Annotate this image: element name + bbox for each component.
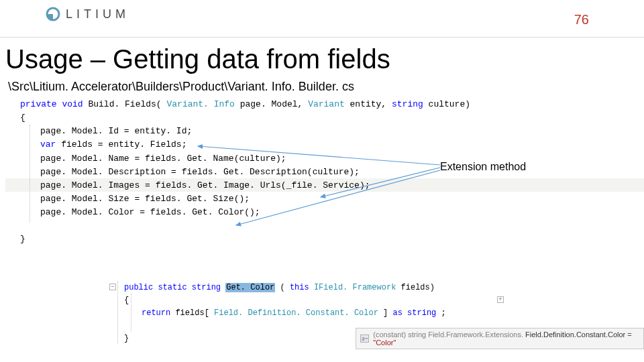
code-line: page. Model. Name = fields. Get. Name(cu… xyxy=(20,152,631,166)
slide-title: Usage – Getting data from fields xyxy=(5,44,644,74)
code-keyword: public xyxy=(124,283,153,292)
brand-logo-icon xyxy=(46,7,60,21)
brand-logo: LITIUM xyxy=(46,7,617,21)
code-line: page. Model. Description = fields. Get. … xyxy=(20,166,631,179)
tooltip-member: Field.Definition.Constant.Color xyxy=(525,330,625,339)
code-text: culture) xyxy=(429,99,470,109)
code-text: fields) xyxy=(401,283,435,292)
code-keyword: var xyxy=(40,139,56,149)
code-type: Field. Definition. Constant. Color xyxy=(214,308,378,318)
constant-icon: a̴ xyxy=(360,335,369,343)
code-text: Build. Fields( xyxy=(88,99,161,109)
code-line: page. Model. Images = fields. Get. Image… xyxy=(40,180,370,190)
code-text: { xyxy=(20,111,631,125)
code-type: IField. Framework xyxy=(314,283,396,292)
code-text: page. Model, xyxy=(240,99,308,109)
code-keyword: void xyxy=(62,99,83,109)
code-keyword: private xyxy=(20,99,57,109)
code-text: { xyxy=(124,294,446,307)
code-keyword: return xyxy=(142,308,170,318)
code-text: fields[ xyxy=(175,308,209,318)
code-keyword: as xyxy=(393,308,402,318)
tooltip-label: (constant) string xyxy=(373,330,428,339)
code-keyword: string xyxy=(392,99,423,109)
code-selection: Get. Color xyxy=(225,283,275,292)
code-keyword: static xyxy=(158,283,186,292)
slide-header: LITIUM 76 xyxy=(0,0,644,38)
annotation-label: Extension method xyxy=(440,161,526,173)
code-line: page. Model. Id = entity. Id; xyxy=(20,125,631,138)
code-type: Variant xyxy=(308,99,345,109)
tooltip-type: Field.Framework.Extensions. xyxy=(428,330,523,339)
code-text: } xyxy=(20,233,631,246)
tooltip-value: "Color" xyxy=(373,339,396,347)
brand-logo-text: LITIUM xyxy=(66,7,129,21)
tooltip-eq: = xyxy=(627,330,631,339)
code-keyword: string xyxy=(407,308,436,318)
file-path: \Src\Litium. Accelerator\Builders\Produc… xyxy=(8,80,644,94)
code-text: ] xyxy=(383,308,392,318)
code-line: page. Model. Color = fields. Get. Color(… xyxy=(20,206,631,219)
code-text: fields = entity. Fields; xyxy=(61,139,186,149)
code-block-main: private void Build. Fields( Variant. Inf… xyxy=(20,98,631,246)
code-type: Variant. Info xyxy=(166,99,234,109)
code-text: entity, xyxy=(350,99,392,109)
code-text: ( xyxy=(280,283,284,292)
intellisense-tooltip: a̴ (constant) string Field.Framework.Ext… xyxy=(356,328,644,349)
code-text: ; xyxy=(441,308,446,318)
page-number: 76 xyxy=(574,12,589,27)
code-keyword: string xyxy=(192,283,221,292)
code-line: page. Model. Size = fields. Get. Size(); xyxy=(20,192,631,206)
code-keyword: this xyxy=(290,283,309,292)
